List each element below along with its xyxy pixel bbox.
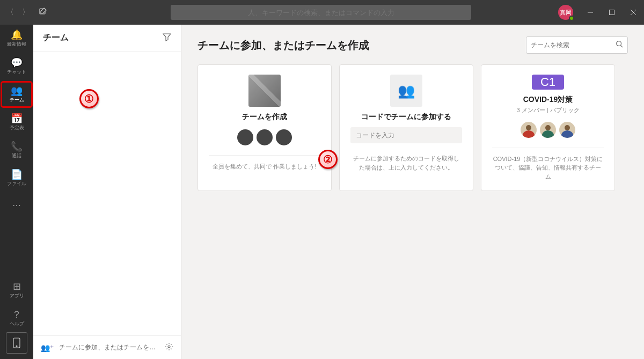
join-create-icon: 👥⁺ <box>41 343 54 352</box>
rail-help[interactable]: ？ ヘルプ <box>0 304 33 332</box>
search-input[interactable] <box>177 9 465 17</box>
member-avatar <box>540 122 556 138</box>
list-footer: 👥⁺ チームに参加、またはチームを… <box>33 335 181 359</box>
code-input[interactable] <box>350 127 462 143</box>
filter-icon[interactable] <box>163 33 171 43</box>
card-title: COVID-19対策 <box>523 95 573 105</box>
window-maximize[interactable] <box>601 0 623 25</box>
card-title: コードでチームに参加する <box>361 112 451 122</box>
rail-label: 予定表 <box>10 124 24 131</box>
rail-label: 通話 <box>12 152 21 159</box>
svg-point-8 <box>617 41 621 46</box>
history-nav: 〈 〉 <box>0 8 33 17</box>
rail-activity[interactable]: 🔔 最新情報 <box>0 25 33 53</box>
rail-label: ファイル <box>7 180 26 187</box>
team-search-input[interactable] <box>531 41 612 49</box>
user-avatar[interactable]: 真岡 <box>558 5 573 20</box>
rail-files[interactable]: 📄 ファイル <box>0 164 33 192</box>
left-rail: 🔔 最新情報 💬 チャット 👥 チーム 📅 予定表 📞 通話 📄 ファイル ⋯ … <box>0 25 33 359</box>
svg-rect-2 <box>610 10 614 15</box>
bell-icon: 🔔 <box>11 30 23 40</box>
rail-label: チャット <box>7 69 26 76</box>
annotation-1: ① <box>79 89 99 108</box>
rail-chat[interactable]: 💬 チャット <box>0 53 33 80</box>
card-title: チームを作成 <box>242 112 287 122</box>
team-tile-icon: C1 <box>532 75 564 90</box>
main-content: チームに参加、またはチームを作成 チームを作成 全員を集めて、共同で 作業しまし… <box>181 25 644 359</box>
chat-icon: 💬 <box>11 58 23 68</box>
join-code-card[interactable]: 👥 コードでチームに参加する チームに参加するためのコードを取得した場合は、上に… <box>339 64 473 191</box>
list-header: チーム <box>33 25 181 52</box>
team-search-box[interactable] <box>526 36 628 54</box>
member-avatar <box>559 122 575 138</box>
team-card-covid[interactable]: C1 COVID-19対策 3 メンバー | パブリック COVID-19（新型… <box>481 64 615 191</box>
team-code-icon: 👥 <box>390 75 422 107</box>
avatar-dot <box>276 129 292 145</box>
window-close[interactable] <box>623 0 644 25</box>
apps-icon: ⊞ <box>13 282 21 291</box>
avatar-dot <box>257 129 273 145</box>
rail-calls[interactable]: 📞 通話 <box>0 136 33 164</box>
rail-calendar[interactable]: 📅 予定表 <box>0 108 33 136</box>
window-minimize[interactable] <box>580 0 601 25</box>
presence-indicator <box>569 16 574 21</box>
list-title: チーム <box>43 32 69 43</box>
join-create-link[interactable]: チームに参加、またはチームを… <box>59 343 159 352</box>
card-hint: チームに参加するためのコードを取得した場合は、上に入力してください。 <box>350 154 462 172</box>
file-icon: 📄 <box>11 170 23 179</box>
page-heading: チームに参加、またはチームを作成 <box>197 38 369 53</box>
rail-label: ヘルプ <box>10 320 24 327</box>
forward-button[interactable]: 〉 <box>22 8 30 17</box>
rail-teams[interactable]: 👥 チーム <box>0 80 33 108</box>
people-icon: 👥 <box>11 86 23 96</box>
svg-point-7 <box>168 346 170 348</box>
global-search[interactable] <box>171 5 471 20</box>
member-dots <box>237 129 292 145</box>
card-desc: COVID-19（新型コロナウイルス）対策について、協議、告知、情報共有するチー… <box>492 155 604 181</box>
rail-label: 最新情報 <box>7 41 26 48</box>
image-placeholder-icon <box>248 75 281 107</box>
svg-line-9 <box>621 46 623 48</box>
rail-apps[interactable]: ⊞ アプリ <box>0 276 33 304</box>
settings-icon[interactable] <box>165 342 173 353</box>
title-bar: 〈 〉 真岡 <box>0 0 644 25</box>
phone-icon: 📞 <box>11 142 23 151</box>
main-header: チームに参加、またはチームを作成 <box>197 36 628 54</box>
create-team-card[interactable]: チームを作成 全員を集めて、共同で 作業しましょう! ② <box>197 64 332 191</box>
svg-point-6 <box>16 346 17 347</box>
teams-list-pane: チーム ① 👥⁺ チームに参加、またはチームを… <box>33 25 181 359</box>
calendar-icon: 📅 <box>11 114 23 123</box>
rail-label: アプリ <box>10 292 24 299</box>
cards-row: チームを作成 全員を集めて、共同で 作業しましょう! ② 👥 コードでチームに参… <box>197 64 628 191</box>
rail-mobile-button[interactable] <box>6 332 27 354</box>
new-message-icon[interactable] <box>33 7 53 18</box>
help-icon: ？ <box>12 310 21 319</box>
card-subtitle: 3 メンバー | パブリック <box>516 106 579 114</box>
back-button[interactable]: 〈 <box>6 8 14 17</box>
avatar-dot <box>237 129 253 145</box>
annotation-2: ② <box>318 150 338 169</box>
rail-label: チーム <box>10 97 24 104</box>
avatar-initials: 真岡 <box>560 9 572 17</box>
search-icon <box>616 40 623 50</box>
card-desc: 全員を集めて、共同で 作業しましょう! <box>213 162 316 171</box>
member-avatars <box>521 122 575 138</box>
rail-more[interactable]: ⋯ <box>0 194 33 216</box>
member-avatar <box>521 122 537 138</box>
